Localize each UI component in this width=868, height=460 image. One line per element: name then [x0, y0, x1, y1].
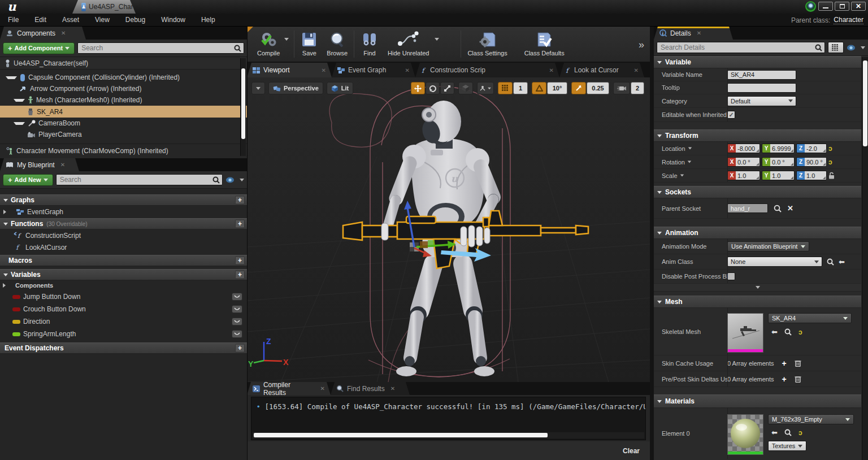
variable-name-field[interactable] — [727, 70, 796, 80]
my-blueprint-tab-close-icon[interactable]: ✕ — [60, 162, 65, 168]
tab-look-at-cursor[interactable]: f Look at Cursor ✕ — [559, 63, 644, 77]
editable-checkbox[interactable]: ✓ — [727, 111, 735, 119]
close-button[interactable]: ✕ — [851, 2, 866, 11]
scale-z-field[interactable]: Z1.0 — [796, 171, 827, 180]
rotation-snap-value-button[interactable]: 10° — [547, 82, 567, 94]
clear-log-button[interactable]: Clear — [623, 447, 640, 455]
save-button[interactable]: Save — [296, 29, 322, 59]
my-blueprint-tab[interactable]: My Blueprint ✕ — [0, 158, 79, 171]
variable-row-springarm[interactable]: SpringArmLength — [0, 328, 247, 340]
variable-visibility-toggle[interactable] — [232, 318, 242, 326]
socket-search-icon[interactable] — [774, 205, 782, 212]
menu-debug[interactable]: Debug — [118, 16, 153, 24]
components-tab[interactable]: Components ✕ — [0, 27, 86, 40]
constructionscript-row[interactable]: f ConstructionScript — [0, 229, 247, 241]
world-local-toggle-button[interactable] — [458, 82, 473, 94]
lit-mode-button[interactable]: Lit — [327, 82, 353, 94]
rotate-tool-button[interactable] — [426, 82, 440, 94]
tab-close-icon[interactable]: ✕ — [634, 67, 639, 73]
grid-snap-toggle-button[interactable] — [498, 82, 513, 94]
rotation-x-field[interactable]: X0.0 ° — [727, 157, 760, 167]
pre-post-add-icon[interactable]: + — [782, 375, 787, 384]
animation-expander[interactable] — [654, 284, 861, 292]
menu-help[interactable]: Help — [193, 16, 223, 24]
grid-snap-value-button[interactable]: 1 — [513, 82, 528, 94]
left-splitter[interactable] — [247, 27, 248, 460]
category-dropdown[interactable]: Default — [727, 96, 796, 106]
components-tab-close-icon[interactable]: ✕ — [61, 30, 66, 36]
scale-tool-button[interactable] — [440, 82, 454, 94]
log-hscrollbar[interactable] — [253, 432, 644, 439]
materials-section-header[interactable]: Materials — [654, 394, 861, 408]
menu-edit[interactable]: Edit — [27, 16, 54, 24]
variable-row-direction[interactable]: Direction — [0, 315, 247, 328]
class-defaults-button[interactable]: Class Defaults — [520, 29, 569, 59]
scale-snap-toggle-button[interactable] — [571, 82, 586, 94]
tab-close-icon[interactable]: ✕ — [405, 67, 410, 73]
add-graph-button[interactable]: + — [235, 196, 245, 205]
move-tool-button[interactable] — [411, 82, 425, 94]
material-dropdown[interactable]: M_762x39_Empty — [768, 414, 854, 424]
variable-visibility-toggle[interactable] — [232, 330, 242, 338]
location-x-field[interactable]: X-8.000 — [727, 144, 760, 153]
viewport-options-button[interactable] — [251, 82, 265, 94]
tab-close-icon[interactable]: ✕ — [322, 67, 326, 73]
rotation-reset-icon[interactable]: ↄ — [828, 158, 832, 166]
toolbar-overflow-chevron[interactable]: » — [639, 39, 644, 51]
variable-row-jump[interactable]: Jump Button Down — [0, 290, 247, 303]
camera-speed-value-button[interactable]: 2 — [631, 82, 644, 94]
hide-unrelated-caret-icon[interactable] — [435, 38, 439, 41]
details-scrollbar[interactable] — [862, 57, 868, 460]
skeletal-mesh-dropdown[interactable]: SK_AR4 — [768, 313, 852, 323]
tree-row-capsule[interactable]: Capsule Component (CollisionCylinder) (I… — [0, 72, 247, 83]
sockets-section-header[interactable]: Sockets — [654, 186, 861, 198]
socket-clear-icon[interactable]: ✕ — [787, 204, 793, 212]
macros-section-header[interactable]: Macros + — [0, 255, 247, 266]
compiler-log[interactable]: • [1653.64] Compile of Ue4ASP_Character … — [251, 397, 646, 440]
visibility-filter-caret-icon[interactable] — [240, 179, 244, 181]
variables-section-header[interactable]: Variables + — [0, 269, 247, 280]
add-event-dispatcher-button[interactable]: + — [235, 344, 245, 353]
scale-lock-icon[interactable] — [828, 172, 835, 179]
menu-file[interactable]: File — [0, 16, 27, 24]
add-variable-button[interactable]: + — [235, 271, 245, 279]
tab-construction-script[interactable]: f Construction Scrip ✕ — [415, 63, 559, 77]
variable-visibility-toggle[interactable] — [232, 293, 242, 301]
mesh-use-selected-icon[interactable]: ⬅ — [771, 328, 778, 336]
browse-button[interactable]: Browse — [322, 29, 352, 59]
add-new-button[interactable]: + Add New — [3, 174, 53, 186]
tree-row-playercamera[interactable]: PlayerCamera — [0, 129, 247, 140]
tree-row-sk-ar4-selected[interactable]: SK_AR4 — [0, 106, 247, 118]
perspective-button[interactable]: Perspective — [268, 82, 323, 94]
variable-visibility-toggle[interactable] — [232, 305, 242, 313]
components-scrollbar[interactable] — [240, 58, 246, 156]
details-visibility-caret-icon[interactable] — [861, 46, 865, 49]
material-reset-icon[interactable]: ↄ — [798, 429, 802, 437]
rotation-z-field[interactable]: Z90.0 ° — [796, 157, 827, 167]
tree-row-mesh[interactable]: Mesh (CharacterMesh0) (Inherited) — [0, 94, 247, 106]
skin-cache-delete-icon[interactable] — [795, 359, 801, 367]
find-results-tab[interactable]: Find Results ✕ — [331, 382, 410, 395]
my-blueprint-search-input[interactable] — [57, 175, 222, 185]
menu-window[interactable]: Window — [153, 16, 193, 24]
menu-view[interactable]: View — [87, 16, 118, 24]
asset-tab[interactable]: ♟ Ue4ASP_Character ✕ — [72, 0, 136, 14]
camera-speed-button[interactable] — [613, 82, 630, 94]
mesh-reset-icon[interactable]: ↄ — [798, 328, 802, 336]
components-search-input[interactable] — [78, 43, 244, 53]
surface-snap-button[interactable] — [477, 82, 494, 94]
tree-row-self[interactable]: Ue4ASP_Character(self) — [0, 57, 247, 70]
details-tab-close-icon[interactable]: ✕ — [697, 30, 701, 36]
eventgraph-row[interactable]: EventGraph — [0, 206, 247, 218]
parent-class-link[interactable]: Character — [834, 16, 863, 24]
maximize-button[interactable] — [835, 2, 849, 11]
variable-row-crouch[interactable]: Crouch Button Down — [0, 303, 247, 315]
hide-unrelated-button[interactable]: Hide Unrelated — [383, 29, 433, 59]
add-component-button[interactable]: + Add Component — [3, 42, 75, 54]
tree-row-charmovement[interactable]: Character Movement (CharMoveComp) (Inher… — [0, 144, 247, 158]
expand-icon[interactable] — [3, 210, 13, 214]
property-matrix-button[interactable] — [828, 42, 844, 53]
expand-icon[interactable] — [14, 122, 25, 125]
anim-class-browse-icon[interactable] — [827, 258, 834, 266]
asset-tab-close-icon[interactable]: ✕ — [151, 4, 155, 10]
